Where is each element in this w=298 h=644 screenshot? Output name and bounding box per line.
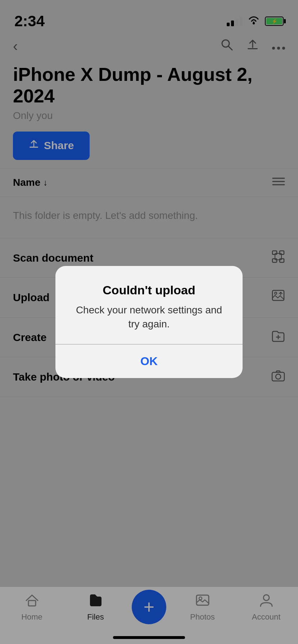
modal-content: Couldn't upload Check your network setti… [55,266,243,344]
modal-title: Couldn't upload [70,283,228,297]
modal-overlay: Couldn't upload Check your network setti… [0,0,298,644]
home-indicator [113,636,185,639]
modal-message: Check your network settings and try agai… [70,303,228,331]
modal-dialog: Couldn't upload Check your network setti… [55,266,243,378]
modal-ok-button[interactable]: OK [55,345,243,378]
